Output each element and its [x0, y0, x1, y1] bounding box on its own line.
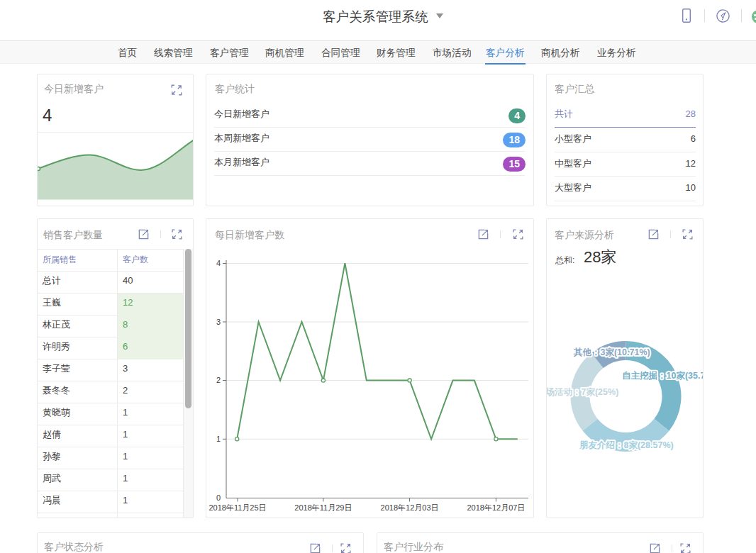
svg-text:朋友介绍：8家(28.57%): 朋友介绍：8家(28.57%): [579, 440, 674, 450]
svg-text:其他：3家(10.71%): 其他：3家(10.71%): [573, 347, 650, 357]
svg-text:2: 2: [216, 376, 221, 384]
svg-text:市场活动：7家(25%): 市场活动：7家(25%): [547, 387, 618, 397]
svg-text:2018年12月07日: 2018年12月07日: [467, 503, 525, 512]
svg-text:0: 0: [216, 493, 221, 502]
svg-text:2018年11月29日: 2018年11月29日: [294, 503, 352, 512]
svg-text:1: 1: [216, 435, 221, 443]
svg-text:自主挖掘：10家(35.72%): 自主挖掘：10家(35.72%): [622, 371, 704, 381]
svg-text:4: 4: [216, 259, 221, 267]
svg-text:2018年11月25日: 2018年11月25日: [209, 503, 266, 512]
svg-text:2018年12月03日: 2018年12月03日: [381, 503, 439, 512]
svg-text:3: 3: [216, 318, 221, 326]
